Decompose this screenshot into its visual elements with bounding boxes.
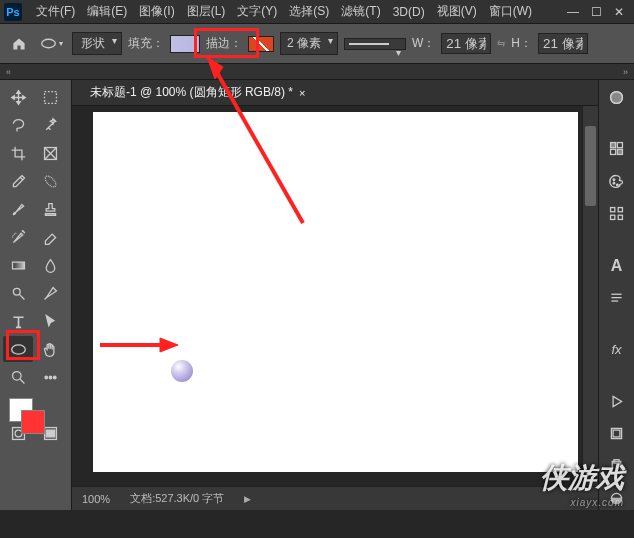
window-restore-icon[interactable]: ☐ (591, 5, 602, 19)
panel-fx-icon[interactable]: fx (605, 339, 629, 361)
window-minimize-icon[interactable]: — (567, 5, 579, 19)
eyedropper-tool[interactable] (3, 168, 33, 194)
magic-wand-tool[interactable] (35, 112, 65, 138)
menu-view[interactable]: 视图(V) (431, 1, 483, 22)
lasso-tool[interactable] (3, 112, 33, 138)
hand-tool[interactable] (35, 336, 65, 362)
background-color[interactable] (21, 410, 45, 434)
drawn-sphere (171, 360, 193, 382)
options-bar: ▾ 形状 填充： 描边： 2 像素 W： ⇆ H： (0, 24, 634, 64)
stroke-swatch[interactable] (248, 36, 274, 52)
canvas-viewport[interactable] (72, 106, 598, 486)
toolbox (0, 80, 72, 510)
svg-point-13 (49, 376, 52, 379)
dock-toggle-right-icon[interactable]: » (623, 67, 628, 77)
svg-point-14 (53, 376, 56, 379)
svg-line-11 (20, 379, 24, 383)
document-tab-title: 未标题-1 @ 100% (圆角矩形 RGB/8) * (90, 84, 293, 101)
move-tool[interactable] (3, 84, 33, 110)
dock-collapse-bar: « » (0, 64, 634, 80)
height-input[interactable] (538, 33, 588, 54)
svg-rect-6 (12, 262, 24, 269)
svg-point-27 (617, 184, 619, 186)
panel-circle-icon[interactable] (605, 488, 629, 510)
width-label: W： (412, 35, 435, 52)
svg-rect-1 (44, 91, 56, 103)
stroke-style-select[interactable] (344, 38, 406, 50)
canvas[interactable] (93, 112, 578, 472)
panel-history-icon[interactable] (605, 423, 629, 445)
panel-grid-icon[interactable] (605, 203, 629, 225)
status-bar (0, 510, 634, 538)
window-close-icon[interactable]: ✕ (614, 5, 624, 19)
panel-palette-icon[interactable] (605, 170, 629, 192)
link-wh-icon[interactable]: ⇆ (497, 38, 505, 49)
scrollbar-thumb[interactable] (585, 126, 596, 206)
stamp-tool[interactable] (35, 196, 65, 222)
menu-type[interactable]: 文字(Y) (231, 1, 283, 22)
gradient-tool[interactable] (3, 252, 33, 278)
edit-toolbar-tool[interactable] (35, 364, 65, 390)
svg-point-12 (44, 376, 47, 379)
document-area: 未标题-1 @ 100% (圆角矩形 RGB/8) * × 100% 文档:52… (72, 80, 598, 510)
pen-tool[interactable] (35, 280, 65, 306)
svg-rect-30 (611, 216, 615, 220)
document-tab-bar: 未标题-1 @ 100% (圆角矩形 RGB/8) * × (72, 80, 598, 106)
panel-actions-icon[interactable] (605, 390, 629, 412)
svg-rect-23 (611, 150, 616, 155)
svg-rect-21 (611, 143, 616, 148)
svg-rect-22 (617, 143, 622, 148)
eraser-tool[interactable] (35, 224, 65, 250)
fill-label: 填充： (128, 35, 164, 52)
svg-point-5 (43, 174, 57, 188)
menu-3d[interactable]: 3D(D) (387, 3, 431, 21)
svg-point-7 (13, 288, 20, 295)
close-tab-icon[interactable]: × (299, 87, 305, 99)
crop-tool[interactable] (3, 140, 33, 166)
panel-swatches-icon[interactable] (605, 138, 629, 160)
menu-edit[interactable]: 编辑(E) (81, 1, 133, 22)
svg-point-26 (613, 182, 615, 184)
panel-paragraph-icon[interactable] (605, 287, 629, 309)
panel-color-icon[interactable] (605, 86, 629, 108)
tool-mode-select[interactable]: 形状 (72, 32, 122, 55)
blur-tool[interactable] (35, 252, 65, 278)
dodge-tool[interactable] (3, 280, 33, 306)
spot-heal-tool[interactable] (35, 168, 65, 194)
zoom-level[interactable]: 100% (82, 493, 110, 505)
panel-clipboard-icon[interactable] (605, 455, 629, 477)
svg-point-0 (41, 39, 55, 48)
frame-tool[interactable] (35, 140, 65, 166)
dock-toggle-left-icon[interactable]: « (6, 67, 11, 77)
document-tab[interactable]: 未标题-1 @ 100% (圆角矩形 RGB/8) * × (80, 80, 315, 105)
menu-image[interactable]: 图像(I) (133, 1, 180, 22)
menu-select[interactable]: 选择(S) (283, 1, 335, 22)
home-button[interactable] (8, 33, 30, 55)
path-select-tool[interactable] (35, 308, 65, 334)
doc-info: 文档:527.3K/0 字节 (130, 491, 224, 506)
color-swatches[interactable] (3, 396, 65, 436)
zoom-tool[interactable] (3, 364, 33, 390)
brush-tool[interactable] (3, 196, 33, 222)
right-panel-dock: Afx (598, 80, 634, 510)
menu-layer[interactable]: 图层(L) (181, 1, 232, 22)
width-input[interactable] (441, 33, 491, 54)
menu-window[interactable]: 窗口(W) (483, 1, 538, 22)
menu-file[interactable]: 文件(F) (30, 1, 81, 22)
doc-info-flyout-icon[interactable]: ▶ (244, 494, 251, 504)
svg-rect-28 (611, 208, 615, 212)
height-label: H： (511, 35, 532, 52)
svg-rect-24 (617, 150, 622, 155)
current-shape-icon[interactable]: ▾ (36, 35, 66, 52)
rect-marquee-tool[interactable] (35, 84, 65, 110)
svg-line-8 (19, 294, 24, 299)
history-brush-tool[interactable] (3, 224, 33, 250)
vertical-scrollbar[interactable] (582, 106, 598, 486)
panel-type-icon[interactable]: A (605, 254, 629, 276)
ellipse-shape-tool[interactable] (3, 336, 33, 362)
stroke-width-input[interactable]: 2 像素 (280, 32, 338, 55)
type-tool[interactable] (3, 308, 33, 334)
svg-point-10 (12, 371, 20, 380)
menu-filter[interactable]: 滤镜(T) (335, 1, 386, 22)
fill-swatch[interactable] (170, 35, 200, 53)
